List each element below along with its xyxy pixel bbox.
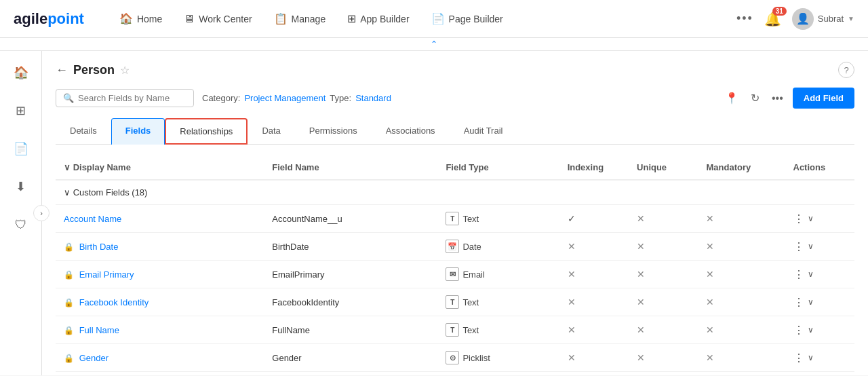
unique-cell: ✕ <box>629 261 698 288</box>
table-row: Account Name AccountName__u T Text ✓ ✕ <box>56 205 854 233</box>
help-button[interactable]: ? <box>838 62 854 78</box>
more-options-button[interactable]: ••• <box>769 90 786 107</box>
actions-cell: ⋮ ∨ <box>785 288 855 316</box>
table-row: 🔒 Email Primary EmailPrimary ✉ Email ✕ <box>56 261 854 288</box>
email-primary-link[interactable]: Email Primary <box>79 269 134 280</box>
field-type-label: Picklist <box>462 353 490 363</box>
row-expand-button[interactable]: ∨ <box>808 242 814 251</box>
facebook-identity-link[interactable]: Facebook Identity <box>79 297 149 307</box>
row-expand-button[interactable]: ∨ <box>808 325 814 335</box>
col-header-indexing: Indexing <box>559 155 629 180</box>
mandatory-cross: ✕ <box>706 352 714 363</box>
indexing-cell: ✕ <box>559 316 629 344</box>
collapse-button[interactable]: ⌃ <box>431 39 437 49</box>
table-row: 🔒 Facebook Identity FacebookIdentity T T… <box>56 288 854 316</box>
row-expand-button[interactable]: ∨ <box>808 214 814 223</box>
tab-data[interactable]: Data <box>248 118 294 145</box>
category-value[interactable]: Project Management <box>244 93 326 103</box>
row-action-menu-button[interactable]: ⋮ <box>793 324 805 337</box>
field-name-cell: AccountName__u <box>264 205 437 233</box>
field-type-cell: T Text <box>437 205 559 233</box>
field-type-label: Date <box>462 242 481 252</box>
type-icon-text: T <box>446 295 459 309</box>
mandatory-cell: ✕ <box>698 288 785 316</box>
sidebar-item-home[interactable]: 🏠 <box>7 59 35 86</box>
actions-cell: ⋮ ∨ <box>785 344 855 372</box>
unique-cross: ✕ <box>637 352 645 363</box>
unique-cell: ✕ <box>629 205 698 233</box>
brand-logo[interactable]: agilepoint <box>14 10 84 28</box>
nav-item-manage-label: Manage <box>292 14 326 24</box>
row-expand-button[interactable]: ∨ <box>808 297 814 307</box>
row-action-menu-button[interactable]: ⋮ <box>793 296 805 309</box>
field-name-cell: EmailPrimary <box>264 261 437 288</box>
actions-cell: ⋮ ∨ <box>785 205 855 233</box>
table-row: 🔒 Birth Date BirthDate 📅 Date ✕ <box>56 233 854 261</box>
sidebar-item-grid[interactable]: ⊞ <box>7 97 35 124</box>
row-expand-button[interactable]: ∨ <box>808 353 814 362</box>
type-icon-email: ✉ <box>446 267 459 281</box>
display-name-cell: 🔒 Full Name <box>56 316 264 344</box>
row-action-menu-button[interactable]: ⋮ <box>793 268 805 281</box>
account-name-link[interactable]: Account Name <box>64 214 121 224</box>
nav-item-home[interactable]: 🏠 Home <box>111 8 170 29</box>
type-value[interactable]: Standard <box>355 93 391 103</box>
nav-item-page-builder-label: Page Builder <box>449 14 503 24</box>
unique-cell: ✕ <box>629 288 698 316</box>
unique-cross: ✕ <box>637 213 645 224</box>
field-name-cell: FullName <box>264 316 437 344</box>
indexing-cross: ✕ <box>568 352 576 363</box>
field-type-cell: ⊙ Picklist <box>437 344 559 372</box>
tab-associations[interactable]: Associations <box>372 118 450 145</box>
sidebar-item-document[interactable]: 📄 <box>7 135 35 162</box>
full-name-link[interactable]: Full Name <box>79 325 119 335</box>
gender-link[interactable]: Gender <box>79 353 108 363</box>
tab-permissions[interactable]: Permissions <box>295 118 372 145</box>
indexing-cross: ✕ <box>568 269 576 280</box>
sidebar-item-shield[interactable]: 🛡 <box>7 211 35 238</box>
nav-item-page-builder[interactable]: 📄 Page Builder <box>423 8 511 29</box>
row-expand-button[interactable]: ∨ <box>808 269 814 279</box>
mandatory-cell: ✕ <box>698 344 785 372</box>
sidebar-expand-button[interactable]: › <box>33 205 50 221</box>
add-field-button[interactable]: Add Field <box>793 88 854 109</box>
row-action-menu-button[interactable]: ⋮ <box>793 240 805 253</box>
tab-audit-trail[interactable]: Audit Trail <box>450 118 517 145</box>
field-type-label: Email <box>462 269 485 280</box>
pin-button[interactable]: 📍 <box>722 89 741 107</box>
nav-item-work-center[interactable]: 🖥 Work Center <box>176 9 260 29</box>
table-body: ∨ Custom Fields (18) Account Name Accoun… <box>56 180 854 372</box>
section-collapse-icon[interactable]: ∨ <box>64 187 71 198</box>
search-input[interactable] <box>78 93 186 103</box>
lock-icon: 🔒 <box>64 270 74 280</box>
user-avatar[interactable]: 👤 Subrat ▼ <box>792 8 854 30</box>
mandatory-cell: ✕ <box>698 233 785 261</box>
section-header-row: ∨ Custom Fields (18) <box>56 180 854 205</box>
type-icon-picklist: ⊙ <box>446 351 459 364</box>
tab-relationships[interactable]: Relationships <box>165 118 248 145</box>
search-icon: 🔍 <box>63 93 74 103</box>
table-row: 🔒 Full Name FullName T Text ✕ ✕ <box>56 316 854 344</box>
indexing-cell: ✕ <box>559 233 629 261</box>
birth-date-link[interactable]: Birth Date <box>79 242 119 252</box>
nav-more-button[interactable]: ••• <box>736 12 753 26</box>
favorite-star-button[interactable]: ☆ <box>120 64 130 77</box>
tab-fields[interactable]: Fields <box>111 118 165 145</box>
actions-cell: ⋮ ∨ <box>785 233 855 261</box>
nav-item-manage[interactable]: 📋 Manage <box>266 8 334 29</box>
filter-tags: Category: Project Management Type: Stand… <box>202 93 391 103</box>
display-name-cell: 🔒 Facebook Identity <box>56 288 264 316</box>
back-button[interactable]: ← <box>56 63 68 77</box>
notification-button[interactable]: 🔔 31 <box>764 11 781 27</box>
indexing-cross: ✕ <box>568 241 576 252</box>
row-action-menu-button[interactable]: ⋮ <box>793 352 805 364</box>
refresh-button[interactable]: ↻ <box>748 89 762 107</box>
mandatory-cell: ✕ <box>698 205 785 233</box>
tab-details[interactable]: Details <box>56 118 111 145</box>
display-name-cell: 🔒 Email Primary <box>56 261 264 288</box>
row-action-menu-button[interactable]: ⋮ <box>793 212 805 225</box>
actions-cell: ⋮ ∨ <box>785 316 855 344</box>
col-collapse-icon[interactable]: ∨ <box>64 162 71 172</box>
nav-item-app-builder[interactable]: ⊞ App Builder <box>339 8 417 29</box>
sidebar-item-download[interactable]: ⬇ <box>7 173 35 200</box>
